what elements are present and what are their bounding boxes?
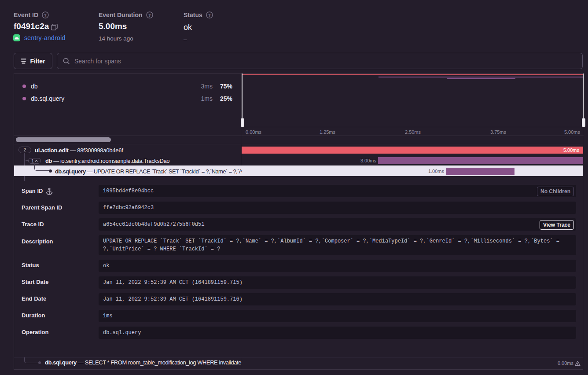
svg-text:?: ? <box>44 13 47 18</box>
svg-text:?: ? <box>148 13 151 18</box>
svg-text:?: ? <box>208 13 211 18</box>
